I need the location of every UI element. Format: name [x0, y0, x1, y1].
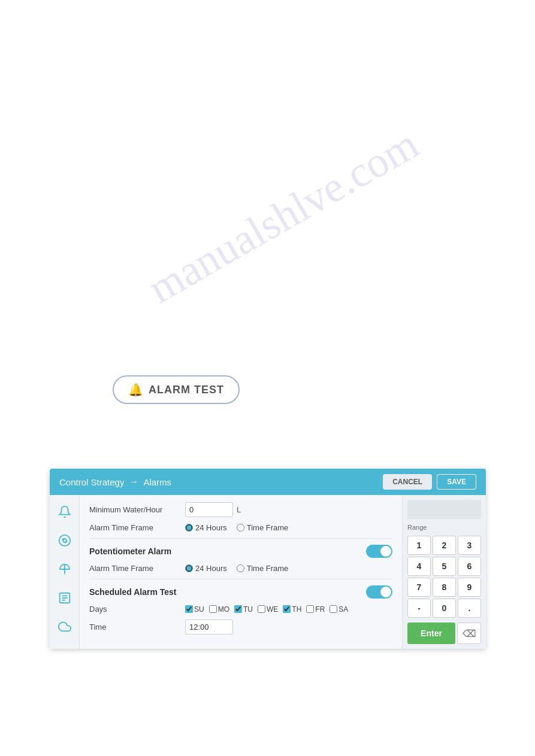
alarm-time-frame-2-options: 24 Hours Time Frame	[185, 564, 288, 573]
numpad-btn-7[interactable]: 7	[407, 578, 431, 597]
alarm-tf1-timeframe-label: Time Frame	[247, 523, 289, 532]
numpad-range-label: Range	[407, 524, 481, 531]
alarm-time-frame-1-label: Alarm Time Frame	[89, 523, 185, 532]
day-su-label: SU	[194, 605, 204, 614]
numpad-btn-0[interactable]: 0	[433, 599, 456, 618]
day-we[interactable]: WE	[258, 605, 278, 614]
alarm-time-frame-2-row: Alarm Time Frame 24 Hours Time Frame	[89, 564, 392, 573]
header-buttons: CANCEL SAVE	[383, 474, 476, 490]
breadcrumb-part1: Control Strategy	[59, 477, 124, 487]
day-mo[interactable]: MO	[209, 605, 229, 614]
day-fr-checkbox[interactable]	[306, 605, 314, 613]
numpad: Range 1 2 3 4 5 6 7 8 9 - 0 . Enter ⌫	[402, 495, 486, 649]
alarm-tf2-timeframe-radio[interactable]	[237, 564, 244, 572]
alarm-tf1-24h-radio[interactable]	[185, 524, 193, 532]
day-sa-checkbox[interactable]	[330, 605, 337, 613]
day-sa-label: SA	[338, 605, 348, 614]
minimum-water-unit: L	[237, 505, 241, 514]
sidebar	[50, 495, 80, 649]
watermark: manualshlve.com	[140, 119, 427, 314]
minimum-water-input[interactable]	[185, 502, 233, 517]
day-we-checkbox[interactable]	[258, 605, 265, 613]
day-su[interactable]: SU	[185, 605, 204, 614]
alarm-tf2-timeframe-label: Time Frame	[247, 564, 289, 573]
time-label: Time	[89, 623, 185, 631]
backspace-icon: ⌫	[463, 628, 476, 639]
alarm-tf2-timeframe-option[interactable]: Time Frame	[237, 564, 289, 573]
potentiometer-alarm-section: Potentiometer Alarm Alarm Time Frame 24 …	[89, 538, 392, 573]
alarm-test-label: ALARM TEST	[149, 384, 224, 396]
day-sa[interactable]: SA	[330, 605, 348, 614]
alarm-tf2-24h-option[interactable]: 24 Hours	[185, 564, 227, 573]
day-tu-label: TU	[243, 605, 253, 614]
potentiometer-alarm-toggle[interactable]	[366, 545, 392, 558]
day-mo-checkbox[interactable]	[209, 605, 217, 613]
panel-body: Minimum Water/Hour L Alarm Time Frame 24…	[50, 495, 486, 649]
numpad-btn-4[interactable]: 4	[407, 557, 431, 576]
alarm-tf2-24h-label: 24 Hours	[195, 564, 227, 573]
day-th-checkbox[interactable]	[283, 605, 291, 613]
sidebar-icon-bell[interactable]	[55, 502, 74, 521]
day-fr-label: FR	[315, 605, 325, 614]
numpad-action-row: Enter ⌫	[407, 623, 481, 644]
alarm-time-frame-1-options: 24 Hours Time Frame	[185, 523, 288, 532]
potentiometer-alarm-title: Potentiometer Alarm	[89, 546, 171, 556]
numpad-btn-2[interactable]: 2	[433, 536, 456, 555]
day-su-checkbox[interactable]	[185, 605, 193, 613]
numpad-btn-9[interactable]: 9	[458, 578, 481, 597]
numpad-btn-dot[interactable]: .	[458, 599, 481, 618]
scheduled-alarm-test-section: Scheduled Alarm Test Days SU MO	[89, 579, 392, 634]
breadcrumb-part2: Alarms	[143, 477, 171, 487]
svg-point-0	[63, 539, 67, 542]
alarm-tf1-timeframe-radio[interactable]	[237, 524, 244, 532]
time-row: Time	[89, 620, 392, 634]
alarm-test-button[interactable]: 🔔 ALARM TEST	[113, 375, 240, 404]
alarm-time-frame-2-label: Alarm Time Frame	[89, 564, 185, 573]
panel-header: Control Strategy → Alarms CANCEL SAVE	[50, 469, 486, 495]
day-mo-label: MO	[218, 605, 229, 614]
content-area: Minimum Water/Hour L Alarm Time Frame 24…	[80, 495, 402, 649]
breadcrumb: Control Strategy → Alarms	[59, 476, 171, 487]
days-row: Days SU MO TU	[89, 605, 392, 614]
alarm-tf1-24h-option[interactable]: 24 Hours	[185, 523, 227, 532]
numpad-btn-5[interactable]: 5	[433, 557, 456, 576]
alarm-tf2-24h-radio[interactable]	[185, 564, 193, 572]
scheduled-alarm-test-header: Scheduled Alarm Test	[89, 585, 392, 599]
alarm-time-frame-1-row: Alarm Time Frame 24 Hours Time Frame	[89, 523, 392, 532]
days-label: Days	[89, 605, 185, 614]
cancel-button[interactable]: CANCEL	[383, 474, 432, 490]
numpad-enter-button[interactable]: Enter	[407, 623, 455, 644]
minimum-water-row: Minimum Water/Hour L	[89, 502, 392, 517]
numpad-btn-3[interactable]: 3	[458, 536, 481, 555]
alarm-tf1-24h-label: 24 Hours	[195, 523, 227, 532]
day-fr[interactable]: FR	[306, 605, 325, 614]
save-button[interactable]: SAVE	[437, 474, 476, 490]
numpad-btn-8[interactable]: 8	[433, 578, 456, 597]
bell-icon: 🔔	[128, 382, 144, 397]
sidebar-icon-bird[interactable]	[55, 560, 74, 579]
breadcrumb-arrow: →	[129, 476, 138, 487]
sidebar-icon-filter[interactable]	[55, 588, 74, 608]
numpad-btn-minus[interactable]: -	[407, 599, 431, 618]
day-we-label: WE	[267, 605, 278, 614]
numpad-display	[407, 500, 481, 519]
scheduled-alarm-test-toggle[interactable]	[366, 585, 392, 599]
numpad-grid: 1 2 3 4 5 6 7 8 9 - 0 .	[407, 536, 481, 618]
minimum-water-label: Minimum Water/Hour	[89, 505, 185, 514]
numpad-btn-1[interactable]: 1	[407, 536, 431, 555]
main-panel: Control Strategy → Alarms CANCEL SAVE	[50, 469, 486, 649]
days-checkboxes: SU MO TU WE	[185, 605, 348, 614]
day-th[interactable]: TH	[283, 605, 301, 614]
alarm-test-container: 🔔 ALARM TEST	[113, 375, 240, 404]
numpad-backspace-button[interactable]: ⌫	[457, 623, 481, 644]
numpad-btn-6[interactable]: 6	[458, 557, 481, 576]
potentiometer-alarm-header: Potentiometer Alarm	[89, 545, 392, 558]
sidebar-icon-fan[interactable]	[55, 531, 74, 550]
sidebar-icon-cloud[interactable]	[55, 617, 74, 636]
scheduled-alarm-test-title: Scheduled Alarm Test	[89, 587, 176, 597]
alarm-tf1-timeframe-option[interactable]: Time Frame	[237, 523, 289, 532]
time-input[interactable]	[185, 620, 233, 634]
day-tu[interactable]: TU	[234, 605, 253, 614]
day-th-label: TH	[292, 605, 301, 614]
day-tu-checkbox[interactable]	[234, 605, 242, 613]
